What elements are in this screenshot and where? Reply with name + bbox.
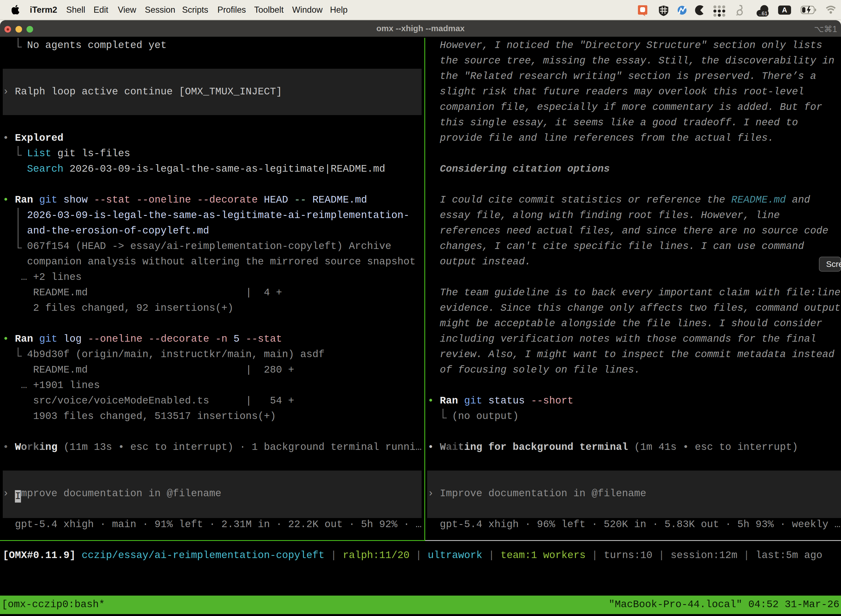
svg-text:..61: ..61	[759, 10, 768, 16]
